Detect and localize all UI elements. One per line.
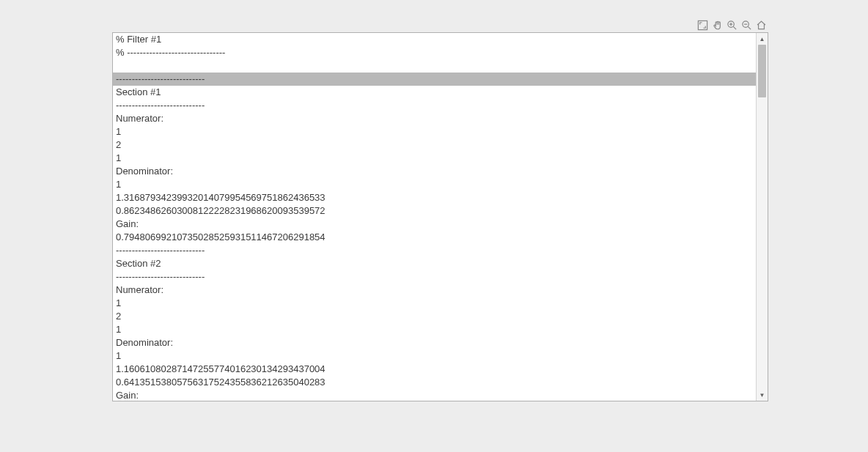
text-line: ---------------------------- (113, 73, 756, 86)
pan-icon[interactable] (711, 19, 723, 31)
text-line: Numerator: (113, 284, 756, 297)
text-line: 2 (113, 310, 756, 323)
text-line: % ------------------------------- (113, 46, 756, 59)
scroll-thumb[interactable] (758, 45, 766, 97)
scroll-track[interactable] (757, 45, 768, 389)
text-line (113, 59, 756, 73)
expand-icon[interactable] (696, 19, 708, 31)
text-line: 1 (113, 125, 756, 138)
content-panel: % Filter #1% ---------------------------… (112, 32, 768, 401)
text-line: 1 (113, 349, 756, 363)
scrollbar[interactable]: ▲ ▼ (756, 33, 768, 401)
text-line: 0.79480699210735028525931511467206291854 (113, 231, 756, 244)
text-line: 1 (113, 297, 756, 310)
text-line: 0.64135153805756317524355836212635040283 (113, 376, 756, 389)
toolbar (696, 19, 767, 31)
zoom-out-icon[interactable] (740, 19, 752, 31)
text-line: 1 (113, 323, 756, 336)
text-line: ---------------------------- (113, 99, 756, 112)
text-line: ---------------------------- (113, 244, 756, 257)
home-icon[interactable] (755, 19, 767, 31)
text-line: 1.31687934239932014079954569751862436533 (113, 191, 756, 204)
text-line: 1.16061080287147255774016230134293437004 (113, 363, 756, 376)
text-line: Numerator: (113, 112, 756, 125)
text-line: 2 (113, 138, 756, 152)
scroll-up-arrow[interactable]: ▲ (757, 33, 768, 45)
svg-line-6 (748, 26, 751, 29)
text-line: ---------------------------- (113, 270, 756, 284)
text-line: Denominator: (113, 336, 756, 349)
text-line: 0.86234862603008122228231968620093539572 (113, 204, 756, 218)
zoom-in-icon[interactable] (726, 19, 738, 31)
scroll-down-arrow[interactable]: ▼ (757, 389, 768, 401)
svg-line-2 (733, 26, 736, 29)
text-line: 1 (113, 152, 756, 165)
text-area[interactable]: % Filter #1% ---------------------------… (113, 33, 756, 401)
text-line: % Filter #1 (113, 33, 756, 46)
text-line: 1 (113, 178, 756, 191)
text-line: Gain: (113, 218, 756, 231)
text-line: Gain: (113, 389, 756, 401)
text-line: Section #1 (113, 86, 756, 99)
text-line: Denominator: (113, 165, 756, 178)
text-line: Section #2 (113, 257, 756, 270)
